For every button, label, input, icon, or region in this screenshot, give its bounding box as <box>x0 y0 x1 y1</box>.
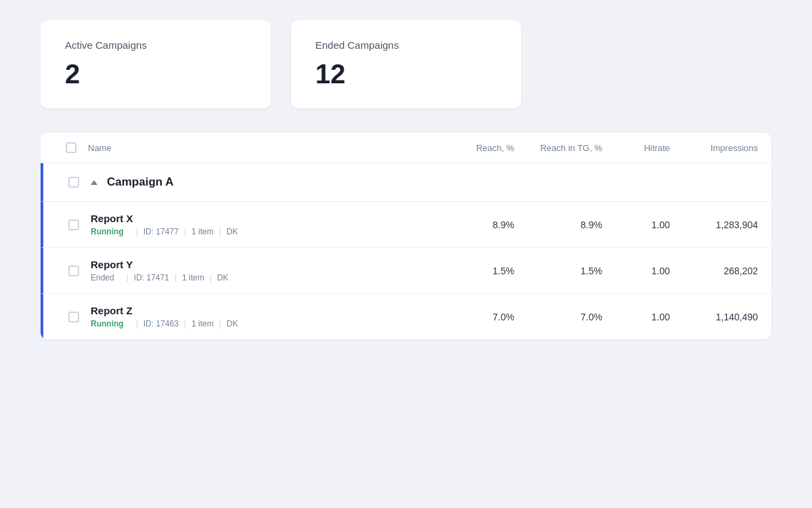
active-campaigns-card: Active Campaigns 2 <box>41 20 271 108</box>
report-locale-2: DK <box>227 319 238 329</box>
report-id-2: ID: 17463 <box>143 319 179 329</box>
report-checkbox-col[interactable] <box>57 312 91 322</box>
campaign-row: Campaign A <box>41 163 771 202</box>
report-checkbox-col[interactable] <box>57 219 91 230</box>
report-info-2: Report Z Running | ID: 17463 | 1 item | … <box>91 305 440 329</box>
report-locale-0: DK <box>227 227 238 236</box>
report-id-0: ID: 17477 <box>143 227 179 236</box>
report-hitrate-2: 1.00 <box>602 312 670 322</box>
report-locale-1: DK <box>217 273 229 282</box>
report-reach-tg-1: 1.5% <box>514 266 602 276</box>
report-row: Report Y Ended | ID: 17471 | 1 item | DK… <box>41 248 771 294</box>
report-items-1: 1 item <box>182 273 204 282</box>
col-impressions: Impressions <box>670 143 758 153</box>
col-reach: Reach, % <box>440 143 514 153</box>
select-all-checkbox[interactable] <box>66 142 76 153</box>
report-reach-tg-2: 7.0% <box>514 312 602 322</box>
meta-separator-locale-0: | <box>219 227 221 236</box>
meta-separator-items-2: | <box>184 319 186 329</box>
campaigns-table: Name Reach, % Reach in TG, % Hitrate Imp… <box>41 133 771 339</box>
report-impressions-2: 1,140,490 <box>670 312 758 322</box>
meta-separator-locale-2: | <box>219 319 221 329</box>
report-checkbox-0[interactable] <box>68 219 79 230</box>
ended-campaigns-value: 12 <box>315 59 497 89</box>
meta-separator-items-1: | <box>175 273 177 282</box>
campaign-checkbox[interactable] <box>68 177 79 188</box>
active-campaigns-value: 2 <box>65 59 246 89</box>
report-row: Report X Running | ID: 17477 | 1 item | … <box>41 202 771 248</box>
active-campaigns-label: Active Campaigns <box>65 39 246 51</box>
meta-separator-locale-1: | <box>210 273 212 282</box>
header-checkbox-col[interactable] <box>54 142 88 153</box>
col-hitrate: Hitrate <box>602 143 670 153</box>
report-checkbox-1[interactable] <box>68 266 79 276</box>
table-header: Name Reach, % Reach in TG, % Hitrate Imp… <box>41 133 771 163</box>
collapse-icon[interactable] <box>91 180 97 185</box>
report-hitrate-0: 1.00 <box>602 219 670 230</box>
report-meta-2: Running | ID: 17463 | 1 item | DK <box>91 319 440 329</box>
report-name-1: Report Y <box>91 259 440 270</box>
report-reach-1: 1.5% <box>440 266 514 276</box>
report-reach-2: 7.0% <box>440 312 514 322</box>
ended-campaigns-label: Ended Campaigns <box>315 39 497 51</box>
ended-campaigns-card: Ended Campaigns 12 <box>291 20 521 108</box>
meta-separator-id-1: | <box>127 273 129 282</box>
report-status-0: Running <box>91 227 124 236</box>
meta-separator-id-2: | <box>136 319 138 329</box>
report-status-1: Ended <box>91 273 114 282</box>
report-rows: Report X Running | ID: 17477 | 1 item | … <box>41 202 771 339</box>
stat-cards: Active Campaigns 2 Ended Campaigns 12 <box>41 20 771 108</box>
report-reach-tg-0: 8.9% <box>514 219 602 230</box>
col-reach-tg: Reach in TG, % <box>514 143 602 153</box>
report-name-2: Report Z <box>91 305 440 316</box>
report-checkbox-2[interactable] <box>68 312 79 322</box>
report-reach-0: 8.9% <box>440 219 514 230</box>
report-impressions-0: 1,283,904 <box>670 219 758 230</box>
report-meta-0: Running | ID: 17477 | 1 item | DK <box>91 227 440 236</box>
report-hitrate-1: 1.00 <box>602 266 670 276</box>
report-checkbox-col[interactable] <box>57 266 91 276</box>
campaign-name: Campaign A <box>91 175 440 189</box>
report-id-1: ID: 17471 <box>134 273 169 282</box>
report-status-2: Running <box>91 319 124 329</box>
report-meta-1: Ended | ID: 17471 | 1 item | DK <box>91 273 440 282</box>
campaign-checkbox-col[interactable] <box>57 177 91 188</box>
col-name: Name <box>88 143 440 153</box>
report-items-2: 1 item <box>191 319 214 329</box>
report-row: Report Z Running | ID: 17463 | 1 item | … <box>41 294 771 339</box>
report-impressions-1: 268,202 <box>670 266 758 276</box>
report-name-0: Report X <box>91 213 440 224</box>
report-info-1: Report Y Ended | ID: 17471 | 1 item | DK <box>91 259 440 282</box>
meta-separator-id-0: | <box>136 227 138 236</box>
meta-separator-items-0: | <box>184 227 186 236</box>
report-items-0: 1 item <box>191 227 214 236</box>
report-info-0: Report X Running | ID: 17477 | 1 item | … <box>91 213 440 236</box>
